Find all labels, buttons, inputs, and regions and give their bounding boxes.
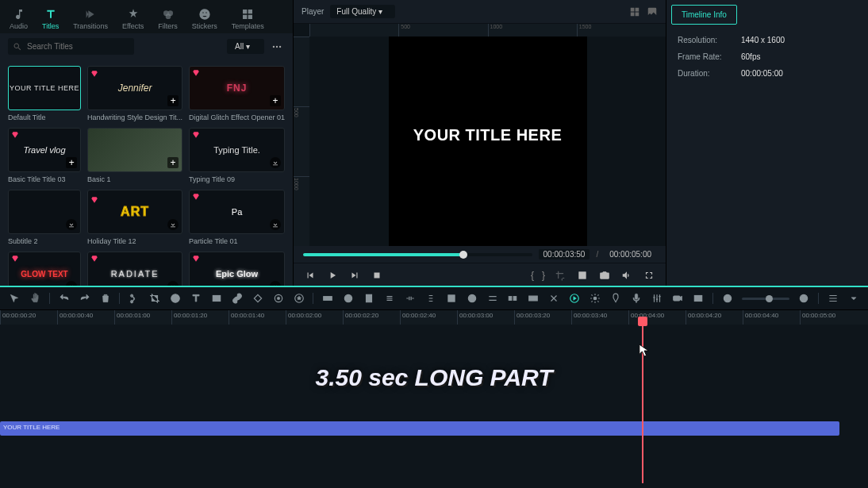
crop-ratio-button[interactable] [210, 292, 223, 305]
tab-label: Titles [42, 22, 59, 30]
track-button-4[interactable] [383, 292, 396, 305]
timecode-separator: / [596, 250, 598, 259]
svg-point-2 [165, 13, 171, 19]
library-tabbar: Audio Titles Transitions Effects Filters… [0, 0, 293, 33]
speed-button[interactable] [169, 292, 182, 305]
title-tile[interactable]: RADIATE [87, 252, 182, 286]
quality-dropdown[interactable]: Full Quality ▾ [330, 5, 395, 18]
timecode-total: 00:00:05:00 [605, 249, 656, 259]
timeline-ruler[interactable]: 00:00:00:2000:00:00:4000:00:01:0000:00:0… [0, 310, 868, 325]
svg-rect-8 [213, 296, 220, 302]
tab-transitions[interactable]: Transitions [67, 5, 114, 33]
ruler-horizontal: 50010001500 [309, 24, 666, 37]
track-button-10[interactable] [506, 292, 519, 305]
info-row: Frame Rate:60fps [678, 52, 857, 61]
preview-canvas[interactable]: YOUR TITLE HERE [389, 24, 587, 246]
split-button[interactable] [128, 292, 140, 305]
track-button-12[interactable] [547, 292, 560, 305]
delete-button[interactable] [99, 292, 112, 305]
properties-panel: Timeline Info Resolution:1440 x 1600Fram… [666, 0, 868, 286]
fullscreen-button[interactable] [642, 268, 656, 282]
title-clip[interactable]: YOUR TITLE HERE [0, 421, 839, 436]
play-button[interactable] [325, 268, 340, 282]
player-header: Player Full Quality ▾ [294, 0, 666, 24]
track-button-1[interactable] [321, 292, 334, 305]
title-tile[interactable]: GLOW TEXT [8, 252, 81, 286]
audio-mixer-button[interactable] [651, 292, 663, 305]
tab-label: Audio [10, 22, 28, 30]
select-tool[interactable] [8, 292, 21, 305]
zoom-slider[interactable] [742, 298, 789, 300]
keyframe-button[interactable] [252, 292, 264, 305]
search-row: All ▾ [0, 33, 293, 60]
title-tile[interactable]: Jennifer+Handwriting Style Design Tit... [87, 66, 182, 121]
redo-button[interactable] [79, 292, 91, 305]
picture-icon[interactable] [647, 6, 658, 17]
overlay-annotation: 3.50 sec LONG PART [0, 364, 868, 391]
title-tile[interactable]: Subtitle 2 [8, 190, 81, 245]
track-button-6[interactable] [424, 292, 437, 305]
settings-button[interactable] [589, 292, 601, 305]
progress-bar[interactable] [303, 253, 532, 256]
tab-label: Stickers [192, 22, 217, 30]
timeline-body[interactable]: 3.50 sec LONG PART YOUR TITLE HERE [0, 325, 868, 483]
record-button[interactable] [671, 292, 684, 305]
timeline-info-tab[interactable]: Timeline Info [671, 5, 737, 25]
mark-in-button[interactable]: { [531, 270, 534, 281]
track-button-8[interactable] [466, 292, 478, 305]
tab-audio[interactable]: Audio [3, 5, 34, 33]
mark-out-button[interactable]: } [542, 270, 545, 281]
undo-button[interactable] [58, 292, 71, 305]
player-label: Player [301, 7, 324, 16]
tab-filters[interactable]: Filters [152, 5, 184, 33]
link-button[interactable] [231, 292, 244, 305]
zoom-in-button[interactable] [797, 292, 810, 305]
title-tile[interactable]: PaParticle Title 01 [189, 190, 285, 245]
volume-button[interactable] [620, 268, 634, 282]
track-button-3[interactable] [363, 292, 375, 305]
title-tile[interactable]: Typing Title.Typing Title 09 [189, 128, 285, 183]
snapshot-button[interactable] [597, 268, 612, 282]
track-view-button[interactable] [827, 292, 839, 305]
grid-layout-icon[interactable] [629, 6, 640, 17]
prev-frame-button[interactable] [303, 268, 317, 282]
more-button[interactable] [269, 39, 285, 55]
zoom-out-button[interactable] [721, 292, 734, 305]
title-tile[interactable]: FNJ+Digital Glitch Effect Opener 01 [189, 66, 285, 121]
snapshot-timeline-button[interactable] [692, 292, 705, 305]
svg-rect-19 [514, 297, 517, 301]
timeline-panel: 00:00:00:2000:00:00:4000:00:01:0000:00:0… [0, 286, 868, 488]
track-button-7[interactable] [445, 292, 458, 305]
stop-button[interactable] [370, 268, 384, 282]
filter-dropdown[interactable]: All ▾ [227, 39, 264, 54]
tab-templates[interactable]: Templates [225, 5, 271, 33]
mic-button[interactable] [630, 292, 643, 305]
title-tile[interactable]: YOUR TITLE HEREDefault Title [8, 66, 81, 121]
marker-button[interactable] [575, 268, 590, 282]
media-library-panel: Audio Titles Transitions Effects Filters… [0, 0, 294, 286]
canvas-title-text: YOUR TITLE HERE [413, 126, 563, 144]
track-button-11[interactable] [527, 292, 540, 305]
chevron-down-icon[interactable] [847, 292, 860, 305]
text-tool[interactable] [190, 292, 202, 305]
title-tile[interactable]: +Basic 1 [87, 128, 182, 183]
title-tile[interactable]: ARTHoliday Title 12 [87, 190, 182, 245]
marker-flag-button[interactable] [609, 292, 622, 305]
tab-titles[interactable]: Titles [36, 5, 65, 33]
render-button[interactable] [568, 292, 581, 305]
track-button-9[interactable] [486, 292, 499, 305]
crop-button[interactable] [553, 268, 567, 282]
title-tile[interactable]: Epic Glow [189, 252, 285, 286]
svg-point-21 [531, 298, 532, 299]
track-button-2[interactable] [342, 292, 355, 305]
track-button-5[interactable] [404, 292, 417, 305]
search-input[interactable] [8, 38, 134, 55]
title-tile[interactable]: Travel vlog+Basic Title Title 03 [8, 128, 81, 183]
tab-stickers[interactable]: Stickers [186, 5, 224, 33]
enhance-button[interactable] [293, 292, 305, 305]
color-button[interactable] [272, 292, 285, 305]
crop-tool[interactable] [148, 292, 161, 305]
tab-effects[interactable]: Effects [116, 5, 150, 33]
next-frame-button[interactable] [348, 268, 362, 282]
hand-tool[interactable] [29, 292, 41, 305]
